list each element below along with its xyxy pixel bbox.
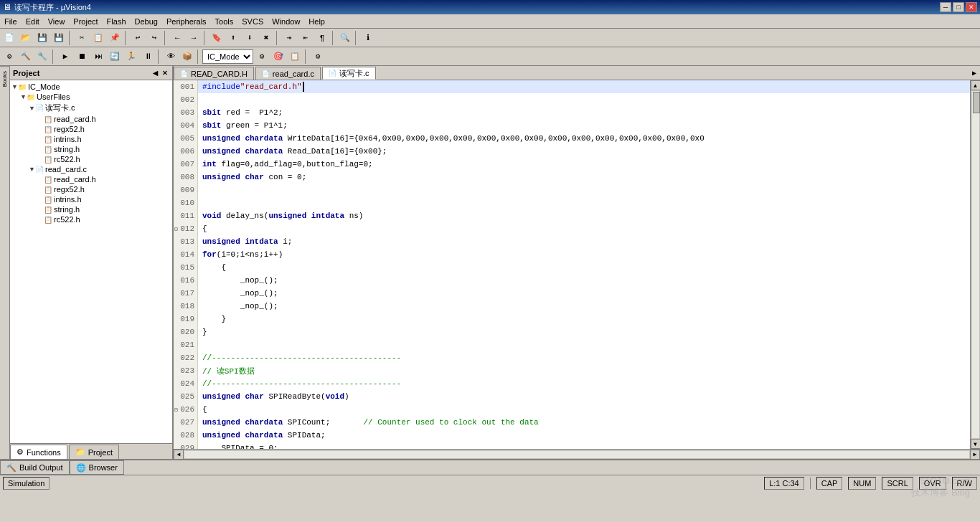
browser-tab[interactable]: 🌐 Browser bbox=[70, 460, 124, 475]
tree-item-string-h1[interactable]: 📋 string.h bbox=[11, 144, 171, 154]
browser-label: Browser bbox=[89, 463, 118, 472]
watch-btn[interactable]: 👁 bbox=[163, 49, 179, 65]
indent-button[interactable]: ⇥ bbox=[281, 30, 297, 46]
tree-item-string-h2[interactable]: 📋 string.h bbox=[11, 204, 171, 214]
copy-button[interactable]: 📋 bbox=[90, 30, 106, 46]
scroll-up-button[interactable]: ▲ bbox=[971, 80, 981, 90]
code-editor: 001 002 003 004 005 006 007 008 009 010 … bbox=[174, 80, 970, 449]
project-panel: Project ◀ ✕ ▼ 📁 IC_Mode ▼ 📁 UserFiles bbox=[10, 66, 174, 459]
tree-item-rc522-h1[interactable]: 📋 rc522.h bbox=[11, 154, 171, 164]
menu-flash[interactable]: Flash bbox=[103, 14, 131, 28]
tree-item-read-card-c2[interactable]: ▼ 📄 read_card.c bbox=[11, 164, 171, 174]
tree-item-intrins-h2[interactable]: 📋 intrins.h bbox=[11, 194, 171, 204]
project-tab-label: Project bbox=[88, 448, 113, 457]
horizontal-scrollbar[interactable]: ◀ ▶ bbox=[174, 449, 980, 459]
panel-pin-button[interactable]: ◀ bbox=[151, 69, 159, 77]
panel-close-button[interactable]: ✕ bbox=[161, 69, 169, 77]
menu-file[interactable]: File bbox=[0, 14, 22, 28]
code-line-017: _nop_(); bbox=[198, 287, 970, 300]
tab-read-card-h-label: READ_CARD.H bbox=[191, 70, 248, 78]
tree-item-read-card-h1[interactable]: 📋 read_card.h bbox=[11, 114, 171, 124]
bookmark-button[interactable]: 🔖 bbox=[209, 30, 225, 46]
menu-project[interactable]: Project bbox=[69, 14, 102, 28]
project-tab[interactable]: 📁 Project bbox=[69, 445, 119, 459]
format-button[interactable]: ¶ bbox=[314, 30, 330, 46]
target-combo[interactable]: IC_Mode bbox=[202, 49, 253, 64]
bookmark-clear[interactable]: ✖ bbox=[258, 30, 274, 46]
menu-edit[interactable]: Edit bbox=[22, 14, 44, 28]
menu-tools[interactable]: Tools bbox=[211, 14, 238, 28]
debug-start[interactable]: ▶ bbox=[57, 49, 73, 65]
line-005: 005 bbox=[174, 132, 197, 145]
bookmark-prev[interactable]: ⬆ bbox=[225, 30, 241, 46]
nav-back-button[interactable]: ← bbox=[169, 30, 185, 46]
translate-button[interactable]: ⚙ bbox=[1, 49, 17, 65]
tree-item-userfiles[interactable]: ▼ 📁 UserFiles bbox=[11, 92, 171, 102]
tree-item-regx52-h1[interactable]: 📋 regx52.h bbox=[11, 124, 171, 134]
tab-read-card-h[interactable]: 📄 READ_CARD.H bbox=[174, 67, 254, 80]
open-button[interactable]: 📂 bbox=[18, 30, 34, 46]
sep4 bbox=[204, 31, 207, 45]
bookmark-next[interactable]: ⬇ bbox=[242, 30, 258, 46]
save-button[interactable]: 💾 bbox=[34, 30, 50, 46]
menu-peripherals[interactable]: Peripherals bbox=[162, 14, 211, 28]
debug-halt[interactable]: ⏸ bbox=[140, 49, 156, 65]
scrollbar-track[interactable] bbox=[971, 90, 980, 439]
paste-button[interactable]: 📌 bbox=[107, 30, 123, 46]
new-button[interactable]: 📄 bbox=[1, 30, 17, 46]
functions-tab[interactable]: ⚙ Functions bbox=[10, 445, 67, 459]
nav-fwd-button[interactable]: → bbox=[186, 30, 202, 46]
mem-btn[interactable]: 📦 bbox=[179, 49, 195, 65]
books-tab[interactable]: Books bbox=[0, 66, 9, 91]
tree-item-intrins-h1[interactable]: 📋 intrins.h bbox=[11, 134, 171, 144]
tree-item-read-card-c1[interactable]: ▼ 📄 读写卡.c bbox=[11, 102, 171, 114]
tree-item-rc522-h3[interactable]: 📋 rc522.h bbox=[11, 214, 171, 224]
undo-button[interactable]: ↩ bbox=[130, 30, 146, 46]
sep5 bbox=[276, 31, 279, 45]
redo-button[interactable]: ↪ bbox=[146, 30, 162, 46]
h-scroll-right-button[interactable]: ▶ bbox=[970, 450, 980, 460]
menu-view[interactable]: View bbox=[44, 14, 70, 28]
menu-help[interactable]: Help bbox=[304, 14, 329, 28]
unindent-button[interactable]: ⇤ bbox=[298, 30, 314, 46]
settings-btn[interactable]: ⚙ bbox=[310, 49, 326, 65]
code-content[interactable]: #include "read_card.h" sbit red = P1^2; … bbox=[198, 80, 970, 449]
code-line-018: _nop_(); bbox=[198, 300, 970, 313]
tab-scroll-button[interactable]: ▶ bbox=[969, 67, 980, 80]
tab-main-c[interactable]: 📄 读写卡.c bbox=[322, 67, 376, 80]
menu-svcs[interactable]: SVCS bbox=[237, 14, 268, 28]
tab-read-card-c[interactable]: 📄 read_card.c bbox=[255, 67, 321, 80]
tree-item-ic-mode[interactable]: ▼ 📁 IC_Mode bbox=[11, 82, 171, 92]
rebuild-button[interactable]: 🔧 bbox=[34, 49, 50, 65]
line-009: 009 bbox=[174, 184, 197, 196]
line-015: 015 bbox=[174, 261, 197, 274]
debug-reset[interactable]: 🔄 bbox=[107, 49, 123, 65]
tree-item-read-card-h2[interactable]: 📋 read_card.h bbox=[11, 174, 171, 184]
minimize-button[interactable]: ─ bbox=[940, 2, 951, 12]
h-scroll-left-button[interactable]: ◀ bbox=[174, 450, 184, 460]
menu-window[interactable]: Window bbox=[268, 14, 304, 28]
maximize-button[interactable]: □ bbox=[953, 2, 964, 12]
build-button[interactable]: 🔨 bbox=[18, 49, 34, 65]
menu-debug[interactable]: Debug bbox=[131, 14, 162, 28]
editor-scrollbar[interactable]: ▲ ▼ bbox=[970, 80, 980, 449]
debug-stop[interactable]: ⏹ bbox=[74, 49, 90, 65]
cut-button[interactable]: ✂ bbox=[74, 30, 90, 46]
options-btn[interactable]: ⚙ bbox=[254, 49, 270, 65]
line-010: 010 bbox=[174, 196, 197, 209]
tree-item-regx52-h2[interactable]: 📋 regx52.h bbox=[11, 184, 171, 194]
find-button[interactable]: 🔍 bbox=[337, 30, 353, 46]
info-button[interactable]: ℹ bbox=[360, 30, 376, 46]
sep1 bbox=[69, 31, 72, 45]
close-button[interactable]: ✕ bbox=[966, 2, 977, 12]
build-output-tab[interactable]: 🔨 Build Output bbox=[0, 460, 70, 475]
scroll-down-button[interactable]: ▼ bbox=[971, 439, 981, 449]
h-scrollbar-track[interactable] bbox=[184, 450, 970, 459]
manage-btn[interactable]: 📋 bbox=[287, 49, 303, 65]
scrollbar-thumb[interactable] bbox=[973, 92, 980, 113]
save-all-button[interactable]: 💾 bbox=[51, 30, 67, 46]
debug-step[interactable]: ⏭ bbox=[90, 49, 106, 65]
target-options[interactable]: 🎯 bbox=[270, 49, 286, 65]
simulation-label: Simulation bbox=[8, 479, 44, 488]
debug-run[interactable]: 🏃 bbox=[123, 49, 139, 65]
